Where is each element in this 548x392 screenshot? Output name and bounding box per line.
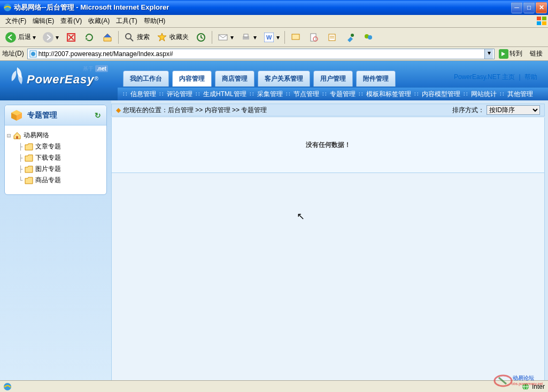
back-icon — [5, 32, 17, 43]
mail-button[interactable]: ▾ — [214, 30, 236, 45]
stop-button[interactable] — [63, 30, 80, 45]
cube-icon — [10, 109, 23, 122]
address-input[interactable] — [38, 50, 484, 58]
toolbar: 后退 ▾ ▾ 搜索 收藏夹 ▾ ▾ W▾ — [0, 28, 548, 47]
dropdown-icon: ▾ — [276, 34, 280, 41]
tree-item-article[interactable]: ├文章专题 — [7, 141, 104, 152]
menu-help[interactable]: 帮助(H) — [141, 15, 169, 27]
forward-button[interactable]: ▾ — [40, 30, 61, 45]
sort-control: 排序方式： 按ID降序 — [452, 105, 540, 115]
window-buttons: ─ □ ✕ — [511, 2, 547, 13]
history-button[interactable] — [192, 30, 210, 45]
link-home[interactable]: PowerEasy.NET 主页 — [454, 73, 515, 81]
tab-attachment-manage[interactable]: 附件管理 — [356, 70, 396, 87]
breadcrumb: ◆ 您现在的位置： 后台管理 >> 内容管理 >> 专题管理 排序方式： 按ID… — [111, 104, 545, 116]
print-button[interactable]: ▾ — [237, 30, 259, 45]
svg-text:bbs.powereasy.net: bbs.powereasy.net — [512, 382, 543, 386]
data-area: 没有任何数据！ — [111, 117, 545, 173]
subtab-node[interactable]: 节点管理 — [294, 90, 319, 99]
svg-point-22 — [351, 34, 354, 37]
go-icon — [499, 49, 508, 59]
sort-select[interactable]: 按ID降序 — [487, 105, 540, 115]
subtab-comment[interactable]: 评论管理 — [167, 90, 192, 99]
subtab-model[interactable]: 内容模型管理 — [422, 90, 460, 99]
menu-edit[interactable]: 编辑(E) — [29, 15, 57, 27]
svg-rect-15 — [244, 34, 248, 37]
breadcrumb-part[interactable]: 专题管理 — [241, 106, 267, 115]
subtab-html[interactable]: 生成HTML管理 — [203, 90, 246, 99]
sidebar-title: 专题管理 ↻ — [5, 105, 106, 126]
back-button[interactable]: 后退 ▾ — [2, 30, 38, 45]
tbitem-a-button[interactable] — [323, 30, 341, 45]
search-button[interactable]: 搜索 — [121, 30, 152, 45]
maximize-button[interactable]: □ — [523, 2, 535, 13]
tools-icon — [344, 32, 356, 43]
link-help[interactable]: 帮助 — [524, 73, 537, 81]
svg-point-6 — [43, 32, 53, 43]
search-label: 搜索 — [137, 33, 150, 42]
edit-button[interactable]: W▾ — [260, 30, 282, 45]
messenger-button[interactable] — [360, 30, 377, 45]
subtab-special[interactable]: 专题管理 — [330, 90, 356, 99]
mail-icon — [217, 32, 229, 43]
logo: 基于 .net PowerEasy® — [5, 65, 112, 90]
menu-file[interactable]: 文件(F) — [2, 15, 29, 27]
home-icon — [102, 32, 113, 43]
refresh-button[interactable] — [81, 30, 98, 45]
menu-favorites[interactable]: 收藏(A) — [85, 15, 113, 27]
breadcrumb-sep: >> — [195, 106, 203, 114]
tab-crm[interactable]: 客户关系管理 — [258, 70, 310, 87]
ie-icon — [3, 382, 12, 391]
tree-item-image[interactable]: ├图片专题 — [7, 163, 104, 175]
sort-label: 排序方式： — [452, 106, 484, 115]
tree: ⊟ 动易网络 ├文章专题 ├下载专题 ├图片专题 └商品专题 — [5, 126, 106, 194]
menubar: 文件(F) 编辑(E) 查看(V) 收藏(A) 工具(T) 帮助(H) — [0, 15, 548, 28]
research-icon — [308, 32, 320, 43]
favorites-label: 收藏夹 — [169, 33, 189, 42]
tree-root[interactable]: ⊟ 动易网络 — [7, 130, 104, 141]
messenger-icon — [362, 32, 374, 43]
subtab-stats[interactable]: 网站统计 — [471, 90, 497, 99]
subtab-gather[interactable]: 采集管理 — [257, 90, 283, 99]
breadcrumb-part[interactable]: 内容管理 — [205, 106, 230, 115]
separator-icon — [284, 31, 285, 44]
tree-item-download[interactable]: ├下载专题 — [7, 152, 104, 163]
refresh-tree-button[interactable]: ↻ — [95, 111, 101, 120]
breadcrumb-sep: >> — [232, 106, 240, 114]
research-button[interactable] — [305, 30, 322, 45]
discuss-button[interactable] — [287, 30, 304, 45]
page-body: 专题管理 ↻ ⊟ 动易网络 ├文章专题 ├下载专题 ├图片专题 └商品专题 — [0, 100, 548, 392]
tab-workbench[interactable]: 我的工作台 — [123, 70, 169, 87]
side-panel: 专题管理 ↻ ⊟ 动易网络 ├文章专题 ├下载专题 ├图片专题 └商品专题 — [4, 105, 107, 195]
favorites-button[interactable]: 收藏夹 — [153, 30, 191, 45]
subtab-info[interactable]: 信息管理 — [130, 90, 156, 99]
separator-icon — [118, 31, 119, 44]
tab-user-manage[interactable]: 用户管理 — [313, 70, 353, 87]
subtab-other[interactable]: 其他管理 — [507, 90, 533, 99]
go-button[interactable]: 转到 — [497, 49, 524, 59]
close-button[interactable]: ✕ — [536, 2, 547, 13]
based-on-net: 基于 .net — [83, 65, 108, 73]
tab-content-manage[interactable]: 内容管理 — [172, 70, 212, 87]
address-input-wrap: ▾ — [27, 49, 495, 59]
minimize-button[interactable]: ─ — [511, 2, 522, 13]
subtab-template[interactable]: 模板和标签管理 — [366, 90, 411, 99]
empty-message: 没有任何数据！ — [306, 140, 351, 150]
tab-shop-manage[interactable]: 商店管理 — [215, 70, 254, 87]
trademark: ® — [94, 76, 98, 82]
address-dropdown-icon[interactable]: ▾ — [484, 49, 493, 59]
svg-point-24 — [368, 35, 372, 40]
links-label[interactable]: 链接 — [527, 49, 546, 58]
svg-point-5 — [5, 32, 16, 43]
svg-text:动易论坛: 动易论坛 — [512, 375, 534, 381]
breadcrumb-part[interactable]: 后台管理 — [168, 106, 194, 115]
tbitem-b-button[interactable] — [342, 30, 359, 45]
menu-view[interactable]: 查看(V) — [57, 15, 85, 27]
svg-point-10 — [126, 34, 131, 39]
content: ◆ 您现在的位置： 后台管理 >> 内容管理 >> 专题管理 排序方式： 按ID… — [111, 100, 548, 392]
menu-tools[interactable]: 工具(T) — [113, 15, 140, 27]
window-title: 动易网络--后台管理 - Microsoft Internet Explorer — [14, 3, 511, 12]
home-button[interactable] — [99, 30, 116, 45]
page: 基于 .net PowerEasy® 我的工作台 内容管理 商店管理 客户关系管… — [0, 61, 548, 392]
tree-item-product[interactable]: └商品专题 — [7, 175, 104, 186]
